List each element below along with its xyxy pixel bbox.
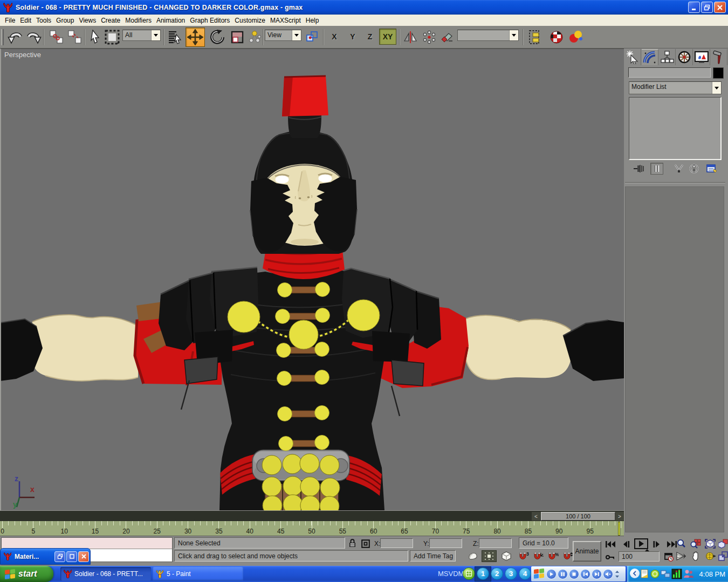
msvdm-desktop-1[interactable]: 1: [477, 567, 489, 580]
perspective-viewport[interactable]: z x y Perspective: [0, 48, 624, 510]
tray-document-icon[interactable]: [640, 569, 649, 580]
menu-maxscript[interactable]: MAXScript: [270, 17, 301, 24]
zoom-extents-button[interactable]: [703, 538, 717, 549]
viewport-label[interactable]: Perspective: [4, 51, 41, 59]
pan-button[interactable]: [689, 551, 702, 562]
menu-tools[interactable]: Tools: [36, 17, 51, 24]
restrict-y-button[interactable]: Y: [345, 29, 361, 45]
menu-graph-editors[interactable]: Graph Editors: [190, 17, 230, 24]
snap-toggle-button[interactable]: [304, 28, 320, 46]
taskbar-task-paint[interactable]: 5 - Paint: [153, 567, 243, 581]
play-animation-button[interactable]: [634, 538, 648, 549]
arc-rotate-button[interactable]: [703, 551, 717, 562]
wmp-previous-button[interactable]: [580, 569, 590, 579]
rectangular-selection-region-button[interactable]: [104, 28, 120, 46]
animate-button[interactable]: Animate: [573, 541, 601, 562]
material-editor-button[interactable]: [547, 28, 565, 46]
msvdm-desktop-3[interactable]: 3: [505, 567, 517, 580]
zoom-extents-all-button[interactable]: [718, 538, 728, 549]
select-and-rotate-button[interactable]: [208, 27, 227, 47]
previous-frame-arrow[interactable]: <: [532, 512, 540, 521]
z-coord-field[interactable]: [479, 538, 512, 548]
angle-snap-toggle[interactable]: [531, 550, 545, 562]
next-frame-button[interactable]: [650, 539, 663, 550]
material-close-button[interactable]: [78, 551, 89, 562]
tab-create[interactable]: [624, 49, 641, 65]
absolute-mode-transform-button[interactable]: [360, 538, 371, 549]
wmp-stop-button[interactable]: [569, 569, 579, 579]
menu-group[interactable]: Group: [56, 17, 74, 24]
percent-snap-toggle[interactable]: %: [546, 550, 559, 562]
make-unique-button[interactable]: [672, 163, 685, 175]
edit-named-selections-button[interactable]: [527, 28, 545, 46]
menu-file[interactable]: File: [5, 17, 15, 24]
select-and-move-button[interactable]: [186, 27, 205, 47]
tab-modify[interactable]: [642, 49, 658, 65]
restrict-z-button[interactable]: Z: [362, 29, 378, 45]
configure-modifier-sets-button[interactable]: [705, 163, 718, 175]
reference-coordinate-system-dropdown[interactable]: View: [265, 30, 301, 41]
menu-create[interactable]: Create: [101, 17, 120, 24]
named-selection-arrow[interactable]: [509, 30, 518, 40]
soldier-3d-model[interactable]: [1, 49, 624, 510]
object-name-field[interactable]: [628, 67, 711, 78]
select-object-button[interactable]: [87, 28, 104, 46]
menu-help[interactable]: Help: [306, 17, 319, 24]
menu-edit[interactable]: Edit: [20, 17, 31, 24]
snaps-toggle-3d[interactable]: 3: [517, 550, 530, 562]
wmp-pause-button[interactable]: [558, 569, 568, 579]
grid-points-toggle[interactable]: [482, 550, 497, 562]
menu-customize[interactable]: Customize: [235, 17, 265, 24]
select-and-scale-button[interactable]: [229, 28, 245, 46]
named-selection-sets-dropdown[interactable]: [457, 30, 519, 41]
tab-motion[interactable]: [676, 49, 693, 65]
tray-chevron-button[interactable]: [630, 569, 640, 578]
y-coord-field[interactable]: [429, 538, 462, 548]
modifier-list-dropdown[interactable]: Modifier List: [629, 81, 722, 94]
redo-button[interactable]: [24, 28, 43, 46]
modifier-stack-list[interactable]: [629, 97, 722, 160]
modifier-list-arrow[interactable]: [712, 82, 721, 94]
selection-filter-dropdown[interactable]: All: [122, 30, 161, 41]
coord-system-arrow[interactable]: [292, 30, 301, 40]
wmp-play-button[interactable]: [546, 569, 557, 579]
min-max-toggle-button[interactable]: [718, 551, 728, 562]
set-key-button[interactable]: [604, 552, 617, 563]
zoom-button[interactable]: [674, 538, 688, 549]
select-and-link-button[interactable]: [47, 28, 66, 46]
unlink-selection-button[interactable]: [66, 28, 84, 46]
track-bar[interactable]: 05101520253035404550556065707580859095: [0, 521, 624, 536]
render-button[interactable]: [567, 28, 585, 46]
undo-button[interactable]: [6, 28, 25, 46]
taskbar-task-gmax[interactable]: Soldier - 068 - PRETT...: [60, 567, 151, 581]
remove-modifier-button[interactable]: [688, 163, 700, 175]
selection-lock-toggle[interactable]: [347, 538, 358, 549]
align-button[interactable]: [439, 28, 455, 46]
listener-macro-line[interactable]: [2, 538, 172, 549]
previous-frame-button[interactable]: [620, 539, 633, 550]
go-to-start-button[interactable]: [603, 539, 617, 550]
restrict-xy-plane-button[interactable]: XY: [379, 29, 396, 45]
tab-hierarchy[interactable]: [659, 49, 676, 65]
msvdm-desktop-2[interactable]: 2: [491, 567, 503, 580]
field-of-view-button[interactable]: [674, 551, 688, 562]
array-button[interactable]: [421, 28, 437, 46]
tray-volume-meter-icon[interactable]: [671, 569, 682, 581]
tray-network-icon[interactable]: [661, 569, 670, 580]
tab-display[interactable]: [693, 49, 710, 65]
menu-modifiers[interactable]: Modifiers: [125, 17, 152, 24]
restrict-x-button[interactable]: X: [326, 29, 342, 45]
close-button[interactable]: [714, 2, 726, 13]
menu-views[interactable]: Views: [79, 17, 96, 24]
restore-button[interactable]: [701, 2, 713, 13]
tray-messenger-icon[interactable]: [650, 569, 660, 580]
use-center-flyout-button[interactable]: [247, 28, 262, 46]
wmp-next-button[interactable]: [592, 569, 602, 579]
wmp-spinner[interactable]: [615, 570, 620, 578]
start-button[interactable]: start: [0, 566, 53, 582]
material-restore-button[interactable]: [54, 551, 65, 562]
wmp-volume-button[interactable]: [603, 569, 613, 579]
add-time-tag-button[interactable]: Add Time Tag: [410, 550, 456, 562]
time-slider-thumb[interactable]: 100 / 100: [541, 512, 615, 521]
menu-animation[interactable]: Animation: [156, 17, 185, 24]
